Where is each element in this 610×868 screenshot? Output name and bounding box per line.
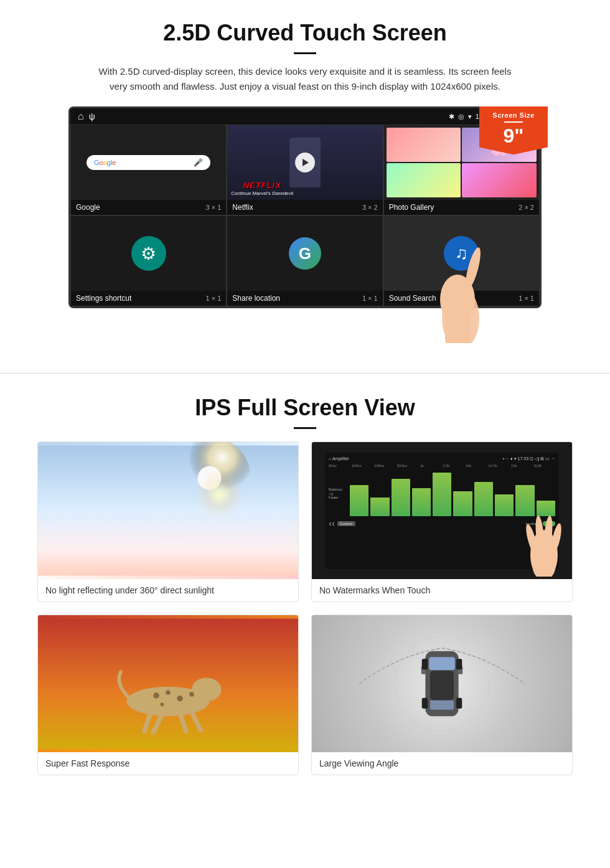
amp-footer: ❮❮ Custom loudness ● bbox=[329, 521, 555, 526]
svg-point-17 bbox=[166, 690, 171, 695]
section2-title: IPS Full Screen View bbox=[37, 395, 573, 421]
play-button[interactable] bbox=[295, 153, 315, 172]
google-search-bar[interactable]: Google 🎤 bbox=[87, 155, 210, 170]
sunlight-caption: No light reflecting under 360° direct su… bbox=[38, 579, 298, 601]
google-label: Google 3 × 1 bbox=[71, 200, 226, 215]
svg-rect-30 bbox=[430, 671, 454, 701]
svg-rect-13 bbox=[38, 619, 298, 749]
app-cell-netflix[interactable]: NETFLIX Continue Marvel's Daredevil Netf… bbox=[227, 125, 383, 215]
gallery-grid-size: 2 × 2 bbox=[518, 204, 534, 211]
badge-divider bbox=[504, 121, 523, 123]
netflix-overlay: NETFLIX Continue Marvel's Daredevil bbox=[231, 179, 293, 196]
settings-icon-wrap: ⚙ bbox=[131, 236, 166, 271]
settings-label: Settings shortcut 1 × 1 bbox=[71, 291, 226, 306]
netflix-preview: NETFLIX Continue Marvel's Daredevil bbox=[227, 125, 382, 200]
device-frame: ⌂ ψ ✱ ◎ ▾ 15:06 ⊡ ◁) ⊠ ▭ bbox=[68, 106, 542, 308]
google-preview: Google 🎤 bbox=[71, 125, 226, 200]
amp-bar-4 bbox=[412, 488, 431, 516]
amp-bar-7 bbox=[474, 482, 493, 516]
location-icon: ◎ bbox=[458, 113, 464, 121]
car-image bbox=[312, 615, 572, 752]
sound-name: Sound Search bbox=[389, 294, 436, 303]
share-preview: G bbox=[227, 216, 382, 291]
app-cell-share[interactable]: G Share location 1 × 1 bbox=[227, 215, 383, 306]
cheetah-image bbox=[38, 615, 298, 752]
app-grid-row1: Google 🎤 Google 3 × 1 bbox=[70, 125, 540, 215]
freq-labels: 60hz 100hz 200hz 500hz 1k 2.5k 10k 12.5k… bbox=[329, 464, 555, 468]
car-caption: Large Viewing Angle bbox=[312, 752, 572, 775]
feature-amplifier: ⌂ Amplifier ▪ ··· ♦ ▾ 17:33 ⊡ ◁) ⊠ ▭ → 6… bbox=[311, 441, 573, 602]
music-note-icon: ♫ bbox=[455, 243, 468, 263]
gear-icon: ⚙ bbox=[141, 243, 156, 264]
gallery-thumb-4 bbox=[462, 163, 537, 197]
svg-point-20 bbox=[161, 702, 164, 706]
sunlight-image bbox=[38, 442, 298, 579]
google-grid-size: 3 × 1 bbox=[206, 204, 222, 211]
feature-cheetah: Super Fast Response bbox=[37, 615, 299, 775]
gallery-label: Photo Gallery 2 × 2 bbox=[384, 200, 539, 215]
sound-grid-size: 1 × 1 bbox=[518, 295, 534, 302]
sound-label: Sound Search 1 × 1 bbox=[384, 291, 539, 306]
section2-divider bbox=[294, 427, 316, 429]
amp-controls: Balance ◁) Fader bbox=[329, 469, 555, 519]
cheetah-caption: Super Fast Response bbox=[38, 752, 298, 775]
google-name: Google bbox=[76, 203, 100, 212]
amp-bar-5 bbox=[433, 473, 451, 516]
car-topview bbox=[421, 651, 463, 717]
share-grid-size: 1 × 1 bbox=[362, 295, 378, 302]
feature-grid: No light reflecting under 360° direct su… bbox=[37, 441, 573, 775]
svg-point-18 bbox=[177, 696, 183, 702]
svg-rect-28 bbox=[429, 657, 455, 670]
netflix-name: Netflix bbox=[232, 203, 253, 212]
amplifier-caption: No Watermarks When Touch bbox=[312, 579, 572, 601]
amp-bar-6 bbox=[453, 491, 472, 516]
amp-bar-2 bbox=[370, 498, 389, 516]
home-icon[interactable]: ⌂ bbox=[78, 111, 84, 122]
section-divider-line bbox=[0, 373, 610, 374]
app-grid-row2: ⚙ Settings shortcut 1 × 1 G Share locati… bbox=[70, 215, 540, 306]
gallery-name: Photo Gallery bbox=[389, 203, 434, 212]
svg-point-16 bbox=[153, 692, 159, 699]
amp-labels: Balance ◁) Fader bbox=[329, 488, 347, 499]
touch-hand bbox=[522, 508, 566, 579]
amp-bar-3 bbox=[392, 479, 410, 516]
usb-icon: ψ bbox=[89, 111, 95, 121]
sunlight-svg bbox=[38, 442, 298, 579]
amp-bar-8 bbox=[495, 494, 514, 516]
svg-rect-4 bbox=[38, 446, 298, 576]
section1-title: 2.5D Curved Touch Screen bbox=[37, 20, 573, 46]
section1-description: With 2.5D curved-display screen, this de… bbox=[93, 64, 517, 94]
share-label: Share location 1 × 1 bbox=[227, 291, 382, 306]
bluetooth-icon: ✱ bbox=[449, 113, 454, 121]
netflix-subtitle: Continue Marvel's Daredevil bbox=[231, 191, 293, 196]
share-name: Share location bbox=[232, 294, 280, 303]
status-left: ⌂ ψ bbox=[78, 111, 95, 122]
custom-btn[interactable]: Custom bbox=[337, 521, 355, 526]
svg-rect-36 bbox=[456, 698, 462, 709]
svg-point-6 bbox=[198, 466, 222, 490]
svg-point-15 bbox=[192, 678, 222, 702]
settings-preview: ⚙ bbox=[71, 216, 226, 291]
settings-grid-size: 1 × 1 bbox=[206, 295, 222, 302]
badge-size: 9" bbox=[483, 125, 544, 147]
netflix-logo: NETFLIX bbox=[243, 181, 281, 190]
feature-car: Large Viewing Angle bbox=[311, 615, 573, 775]
gallery-thumb-1 bbox=[387, 128, 461, 162]
app-cell-sound[interactable]: ♫ Sound Search 1 × 1 bbox=[383, 215, 540, 306]
mic-icon[interactable]: 🎤 bbox=[194, 158, 203, 167]
car-svg bbox=[312, 615, 572, 752]
touch-hand-svg bbox=[522, 508, 566, 577]
title-divider bbox=[294, 52, 316, 54]
amp-time: ▪ ··· ♦ ▾ 17:33 ⊡ ◁) ⊠ ▭ → bbox=[503, 456, 555, 461]
svg-rect-33 bbox=[422, 659, 428, 669]
svg-point-19 bbox=[189, 692, 194, 697]
app-cell-google[interactable]: Google 🎤 Google 3 × 1 bbox=[70, 125, 227, 215]
badge-label: Screen Size bbox=[483, 111, 544, 119]
netflix-label: Netflix 3 × 2 bbox=[227, 200, 382, 215]
wifi-icon: ▾ bbox=[468, 113, 472, 121]
app-cell-settings[interactable]: ⚙ Settings shortcut 1 × 1 bbox=[70, 215, 227, 306]
svg-rect-35 bbox=[422, 698, 428, 709]
status-bar: ⌂ ψ ✱ ◎ ▾ 15:06 ⊡ ◁) ⊠ ▭ bbox=[70, 108, 540, 125]
amp-header: ⌂ Amplifier ▪ ··· ♦ ▾ 17:33 ⊡ ◁) ⊠ ▭ → bbox=[329, 456, 555, 461]
gallery-thumb-3 bbox=[387, 163, 461, 197]
